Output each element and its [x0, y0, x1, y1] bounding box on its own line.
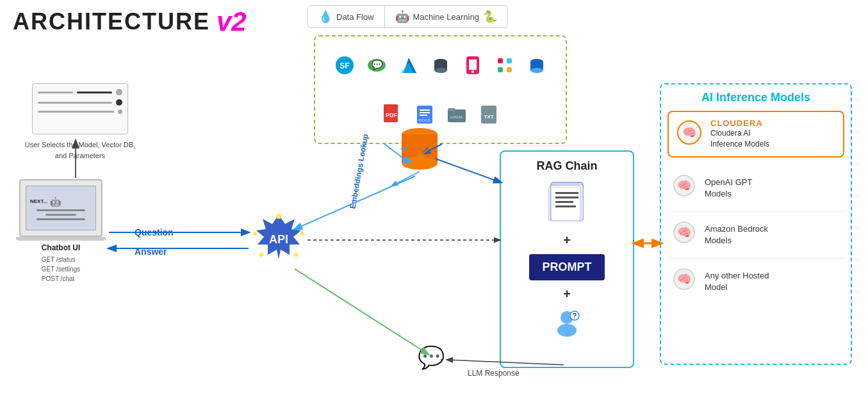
- svg-point-37: [276, 214, 281, 219]
- selector-caption: User Selects the Model, Vector DB, and P…: [19, 140, 141, 161]
- docs-icon: DOCS: [411, 101, 438, 128]
- azure-icon: [395, 52, 422, 79]
- slack-icon: [491, 52, 518, 79]
- svg-line-65: [436, 159, 501, 182]
- rag-chain-box: RAG Chain + PROMPT +: [500, 150, 634, 368]
- top-tabs: 💧 Data Flow 🤖 Machine Learning 🐍: [307, 5, 508, 28]
- question-label: Question: [135, 227, 174, 237]
- selector-row-3: [38, 109, 122, 114]
- svg-rect-14: [498, 67, 503, 72]
- svg-rect-23: [420, 109, 430, 111]
- rag-title: RAG Chain: [536, 159, 597, 173]
- database-dark-icon: [427, 52, 454, 79]
- selector-row-1: [38, 89, 122, 95]
- cloudera-desc: Cloudera AIInference Models: [710, 128, 769, 150]
- laptop-frame: NEXT... 🤖: [19, 179, 102, 237]
- svg-point-11: [471, 70, 474, 73]
- svg-text:?: ?: [573, 312, 577, 319]
- chatbot-endpoints: GET /status GET /settings POST /chat: [42, 255, 80, 284]
- vector-db: ⇔: [397, 125, 442, 179]
- ai-inference-box: AI Inference Models 🧠 CLOUDERA Cloudera …: [660, 83, 852, 365]
- svg-text:DOCS: DOCS: [419, 118, 430, 122]
- sql-db-icon: [523, 52, 550, 79]
- laptop-screen: NEXT... 🤖: [26, 186, 96, 230]
- api-blob-container: API: [250, 211, 307, 269]
- prompt-badge: PROMPT: [529, 254, 604, 280]
- tab-dataflow[interactable]: 💧 Data Flow: [308, 6, 385, 28]
- api-blob-svg: API: [250, 211, 307, 269]
- svg-line-70: [295, 269, 428, 354]
- svg-text:🧠: 🧠: [677, 179, 692, 193]
- svg-rect-28: [448, 108, 455, 111]
- laptop-screen-content: NEXT... 🤖: [30, 197, 92, 207]
- svg-text:API: API: [269, 233, 288, 246]
- ai-box-title: AI Inference Models: [667, 91, 844, 104]
- svg-rect-46: [555, 201, 573, 203]
- svg-text:🧠: 🧠: [682, 125, 697, 140]
- svg-point-34: [402, 157, 438, 170]
- cloudera-card: 🧠 CLOUDERA Cloudera AIInference Models: [667, 111, 844, 157]
- screen-line-2: [45, 214, 76, 216]
- bedrock-model-label: Amazon BedrockModels: [705, 223, 768, 246]
- python-icon: 🐍: [483, 10, 497, 24]
- openai-model-label: OpenAI GPTModels: [705, 177, 752, 200]
- tab-ml-label: Machine Learning: [413, 12, 479, 22]
- selector-line-2: [77, 92, 112, 93]
- svg-rect-15: [507, 67, 512, 72]
- other-brain-icon: 🧠: [671, 266, 697, 297]
- bot-icon: 🤖: [50, 197, 61, 207]
- svg-point-41: [253, 232, 257, 236]
- v2-label: v2: [217, 6, 247, 37]
- bedrock-row: 🧠 Amazon BedrockModels: [667, 212, 844, 259]
- svg-text:SF: SF: [340, 61, 349, 70]
- svg-rect-12: [498, 58, 503, 63]
- svg-point-40: [259, 253, 263, 257]
- svg-text:⇔: ⇔: [400, 143, 408, 154]
- rag-plus-2: +: [563, 287, 571, 302]
- cloudera-text: CLOUDERA Cloudera AIInference Models: [710, 118, 769, 150]
- svg-rect-24: [420, 112, 430, 113]
- svg-point-8: [434, 68, 447, 73]
- svg-rect-45: [555, 197, 578, 198]
- phone-icon: [459, 52, 486, 79]
- tab-dataflow-label: Data Flow: [336, 12, 374, 22]
- svg-rect-47: [555, 205, 576, 207]
- svg-text:🧠: 🧠: [677, 272, 692, 286]
- svg-point-51: [557, 324, 577, 337]
- other-model-row: 🧠 Any other HostedModel: [667, 259, 844, 305]
- selector-line-1: [38, 92, 73, 93]
- local-folder-icon: LOCAL: [443, 101, 470, 128]
- openai-brain-icon: 🧠: [671, 173, 697, 204]
- svg-rect-10: [469, 60, 477, 70]
- endpoint-status: GET /status: [42, 255, 80, 264]
- api-hub: API: [250, 211, 307, 269]
- selector-dot-2: [116, 99, 122, 106]
- svg-text:💬: 💬: [371, 60, 382, 70]
- chatbot-label: Chatbot UI: [42, 243, 81, 252]
- nextjs-label: NEXT...: [30, 198, 47, 204]
- rag-user-icon: ?: [551, 308, 583, 342]
- brain-tab-icon: 🤖: [395, 10, 409, 24]
- droplet-icon: 💧: [318, 10, 332, 24]
- screen-line-1: [37, 209, 86, 211]
- tab-ml[interactable]: 🤖 Machine Learning 🐍: [385, 6, 507, 28]
- laptop-base: [16, 237, 106, 241]
- selector-dot-1: [116, 89, 122, 95]
- cloudera-logo: CLOUDERA: [710, 118, 769, 128]
- rag-document-icon: [548, 179, 586, 227]
- bedrock-brain-icon: 🧠: [671, 220, 697, 250]
- embeddings-label: Embeddings Lookup: [348, 133, 371, 210]
- selector-line-4: [38, 111, 114, 113]
- screen-line-3: [37, 218, 86, 220]
- svg-point-38: [300, 232, 304, 236]
- svg-point-39: [294, 253, 298, 257]
- wechat-icon: 💬: [363, 52, 390, 79]
- svg-text:PDF: PDF: [386, 112, 398, 118]
- rag-plus-1: +: [563, 233, 571, 248]
- selector-box: [32, 83, 128, 134]
- pdf-icon: PDF: [379, 101, 406, 128]
- svg-text:🧠: 🧠: [677, 225, 692, 239]
- svg-text:LOCAL: LOCAL: [450, 115, 463, 119]
- chat-bubble-icon: 💬: [418, 344, 445, 370]
- architecture-title: ARCHITECTURE: [13, 8, 210, 35]
